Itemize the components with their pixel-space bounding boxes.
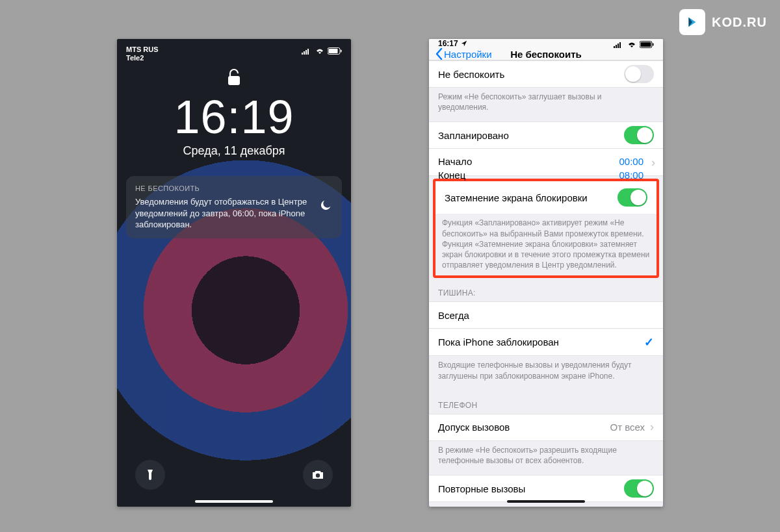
always-label: Всегда <box>438 310 469 321</box>
chevron-right-icon: › <box>651 155 655 169</box>
svg-rect-14 <box>641 42 651 47</box>
scheduled-footer: Функция «Запланировано» активирует режим… <box>436 214 656 275</box>
svg-point-8 <box>316 474 320 477</box>
flashlight-button[interactable] <box>135 460 165 490</box>
start-label: Начало <box>438 156 472 167</box>
nav-bar: Настройки Не беспокоить <box>429 48 663 60</box>
repeat-label: Повторные вызовы <box>438 483 525 494</box>
lock-date: Среда, 11 декабря <box>117 144 351 158</box>
unlock-icon <box>117 68 351 90</box>
scheduled-label: Запланировано <box>438 130 509 141</box>
repeat-calls-row[interactable]: Повторные вызовы <box>429 475 663 502</box>
schedule-time-row[interactable]: Начало 00:00 Конец 08:00 › <box>429 149 663 176</box>
status-time: 16:17 <box>438 39 458 48</box>
allow-calls-footer: В режиме «Не беспокоить» разрешить входя… <box>429 441 663 475</box>
repeat-switch[interactable] <box>624 479 654 498</box>
status-bar: MTS RUS Tele2 <box>117 39 351 62</box>
back-button[interactable]: Настройки <box>436 48 492 60</box>
dnd-label: Не беспокоить <box>438 69 504 80</box>
dim-lock-row[interactable]: Затемнение экрана блокировки <box>436 181 656 214</box>
svg-rect-15 <box>653 44 654 46</box>
while-locked-label: Пока iPhone заблокирован <box>438 336 559 348</box>
home-indicator[interactable] <box>507 500 585 503</box>
signal-icon <box>614 42 624 48</box>
checkmark-icon: ✓ <box>644 335 654 349</box>
svg-rect-2 <box>306 50 307 55</box>
svg-rect-7 <box>228 76 240 85</box>
while-locked-row[interactable]: Пока iPhone заблокирован ✓ <box>429 329 663 356</box>
svg-rect-3 <box>307 49 309 55</box>
svg-rect-0 <box>302 53 303 55</box>
lock-screen: MTS RUS Tele2 16:19 Среда, 11 декабря НЕ… <box>117 39 351 507</box>
repeat-footer: Второй вызов одного и того же абонента в… <box>429 502 663 507</box>
silence-footer: Входящие телефонные вызовы и уведомления… <box>429 356 663 390</box>
scheduled-switch[interactable] <box>624 126 654 144</box>
svg-rect-12 <box>619 42 621 48</box>
battery-icon <box>328 47 342 55</box>
settings-screen: 16:17 Настройки Не беспокоить Не беспоко… <box>429 39 663 507</box>
dnd-notification[interactable]: НЕ БЕСПОКОИТЬ Уведомления будут отобража… <box>126 176 342 238</box>
always-row[interactable]: Всегда <box>429 301 663 329</box>
home-indicator[interactable] <box>195 500 273 503</box>
dnd-switch[interactable] <box>624 65 654 83</box>
wifi-icon <box>315 48 324 55</box>
allow-calls-value: От всех <box>610 422 645 433</box>
dnd-footer: Режим «Не беспокоить» заглушает вызовы и… <box>429 88 663 121</box>
signal-icon <box>302 48 312 55</box>
lock-time: 16:19 <box>117 94 351 140</box>
svg-rect-1 <box>304 51 305 55</box>
scheduled-row[interactable]: Запланировано <box>429 121 663 149</box>
end-value: 08:00 <box>619 170 644 181</box>
start-value: 00:00 <box>619 156 644 167</box>
location-icon <box>461 40 467 47</box>
dim-label: Затемнение экрана блокировки <box>445 192 588 203</box>
phone-header: ТЕЛЕФОН <box>429 390 663 414</box>
svg-rect-6 <box>341 50 342 53</box>
moon-icon <box>318 198 333 217</box>
allow-calls-label: Допуск вызовов <box>438 422 510 433</box>
end-label: Конец <box>438 170 465 181</box>
status-bar: 16:17 <box>429 39 663 48</box>
kodru-text: KOD.RU <box>712 15 767 30</box>
camera-button[interactable] <box>303 460 333 490</box>
svg-rect-11 <box>618 44 619 48</box>
notification-body: Уведомления будут отображаться в Центре … <box>135 196 311 231</box>
battery-icon <box>640 41 654 48</box>
kodru-watermark: KOD.RU <box>679 9 767 35</box>
dim-switch[interactable] <box>618 188 647 207</box>
carrier-1: MTS RUS <box>126 45 159 54</box>
status-icons <box>302 47 342 55</box>
silence-header: ТИШИНА: <box>429 278 663 301</box>
carrier-2: Tele2 <box>126 54 159 62</box>
dim-highlight-box: Затемнение экрана блокировки Функция «За… <box>433 179 659 278</box>
svg-rect-5 <box>329 49 338 53</box>
allow-calls-row[interactable]: Допуск вызовов От всех › <box>429 414 663 441</box>
kodru-logo-icon <box>679 9 705 35</box>
notification-title: НЕ БЕСПОКОИТЬ <box>135 184 311 194</box>
wifi-icon <box>627 42 636 48</box>
svg-rect-10 <box>616 45 617 48</box>
chevron-left-icon <box>436 48 443 60</box>
chevron-right-icon: › <box>650 420 654 434</box>
dnd-row[interactable]: Не беспокоить <box>429 60 663 88</box>
